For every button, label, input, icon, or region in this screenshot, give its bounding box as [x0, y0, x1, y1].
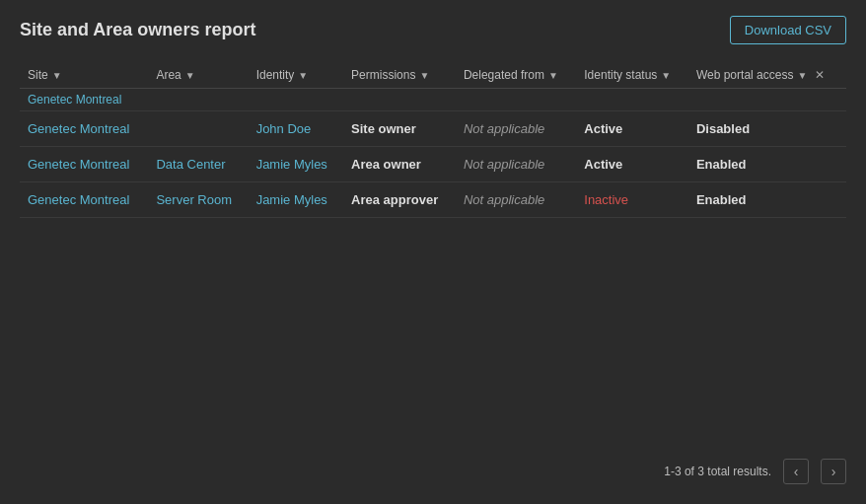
identity-status-value: Active: [584, 157, 622, 172]
col-identity: Identity ▼: [249, 62, 343, 89]
cell-site: Genetec Montreal: [20, 111, 148, 147]
web-portal-access-value: Enabled: [696, 157, 747, 172]
col-identity-status: Identity status ▼: [576, 62, 688, 89]
col-delegated-from: Delegated from ▼: [456, 62, 576, 89]
site-link[interactable]: Genetec Montreal: [28, 157, 129, 172]
web-portal-access-value: Disabled: [696, 121, 750, 136]
filter-group-label: Genetec Montreal: [28, 93, 121, 107]
cell-permissions: Area approver: [343, 182, 456, 218]
site-link[interactable]: Genetec Montreal: [28, 121, 129, 136]
cell-identity-status: Active: [576, 111, 688, 147]
col-identity-status-label: Identity status: [584, 68, 657, 82]
cell-identity: John Doe: [249, 111, 343, 147]
cell-delegated-from: Not applicable: [456, 182, 576, 218]
col-permissions: Permissions ▼: [343, 62, 456, 89]
cell-area: [148, 111, 248, 147]
col-area-label: Area: [156, 68, 180, 82]
identity-status-value: Active: [584, 121, 622, 136]
identity-status-filter-icon[interactable]: ▼: [661, 70, 671, 81]
col-area: Area ▼: [148, 62, 248, 89]
site-filter-icon[interactable]: ▼: [52, 70, 62, 81]
col-web-portal-access-label: Web portal access: [696, 68, 794, 82]
col-identity-label: Identity: [256, 68, 295, 82]
cell-identity-status: Active: [576, 147, 688, 182]
permissions-value: Area approver: [351, 192, 438, 207]
cell-web-portal-access: Enabled: [688, 147, 846, 182]
cell-delegated-from: Not applicable: [456, 111, 576, 147]
col-web-portal-access: Web portal access ▼ ✕: [688, 62, 846, 89]
delegated-from-value: Not applicable: [464, 121, 544, 136]
report-table-container: Site ▼ Area ▼ Identity ▼: [20, 62, 846, 447]
site-link[interactable]: Genetec Montreal: [28, 192, 129, 207]
table-row: Genetec MontrealData CenterJamie MylesAr…: [20, 147, 846, 182]
cell-identity-status: Inactive: [576, 182, 688, 218]
cell-area: Server Room: [148, 182, 248, 218]
download-csv-button[interactable]: Download CSV: [730, 16, 846, 44]
cell-web-portal-access: Enabled: [688, 182, 846, 218]
identity-link[interactable]: John Doe: [256, 121, 312, 136]
cell-permissions: Site owner: [343, 111, 456, 147]
delegated-from-filter-icon[interactable]: ▼: [548, 70, 558, 81]
web-portal-filter-icon[interactable]: ▼: [797, 70, 807, 81]
col-delegated-from-label: Delegated from: [464, 68, 544, 82]
col-site-label: Site: [28, 68, 48, 82]
cell-site: Genetec Montreal: [20, 182, 148, 218]
identity-status-value: Inactive: [584, 192, 628, 207]
table-row: Genetec MontrealServer RoomJamie MylesAr…: [20, 182, 846, 218]
prev-page-button[interactable]: ‹: [783, 459, 809, 484]
table-row: Genetec MontrealJohn DoeSite ownerNot ap…: [20, 111, 846, 147]
identity-link[interactable]: Jamie Myles: [256, 157, 327, 172]
permissions-value: Site owner: [351, 121, 416, 136]
clear-filter-icon[interactable]: ✕: [815, 68, 825, 82]
report-table: Site ▼ Area ▼ Identity ▼: [20, 62, 846, 218]
next-page-button[interactable]: ›: [821, 459, 846, 484]
cell-web-portal-access: Disabled: [688, 111, 846, 147]
delegated-from-value: Not applicable: [464, 192, 544, 207]
cell-identity: Jamie Myles: [249, 147, 343, 182]
area-link[interactable]: Data Center: [156, 157, 225, 172]
permissions-value: Area owner: [351, 157, 421, 172]
web-portal-access-value: Enabled: [696, 192, 747, 207]
cell-identity: Jamie Myles: [249, 182, 343, 218]
cell-area: Data Center: [148, 147, 248, 182]
pagination-info: 1-3 of 3 total results.: [664, 465, 771, 478]
col-permissions-label: Permissions: [351, 68, 415, 82]
permissions-filter-icon[interactable]: ▼: [419, 70, 429, 81]
page-title: Site and Area owners report: [20, 20, 255, 40]
identity-link[interactable]: Jamie Myles: [256, 192, 327, 207]
area-filter-icon[interactable]: ▼: [185, 70, 195, 81]
cell-delegated-from: Not applicable: [456, 147, 576, 182]
area-link[interactable]: Server Room: [156, 192, 232, 207]
cell-site: Genetec Montreal: [20, 147, 148, 182]
col-site: Site ▼: [20, 62, 148, 89]
cell-permissions: Area owner: [343, 147, 456, 182]
identity-filter-icon[interactable]: ▼: [298, 70, 308, 81]
delegated-from-value: Not applicable: [464, 157, 544, 172]
